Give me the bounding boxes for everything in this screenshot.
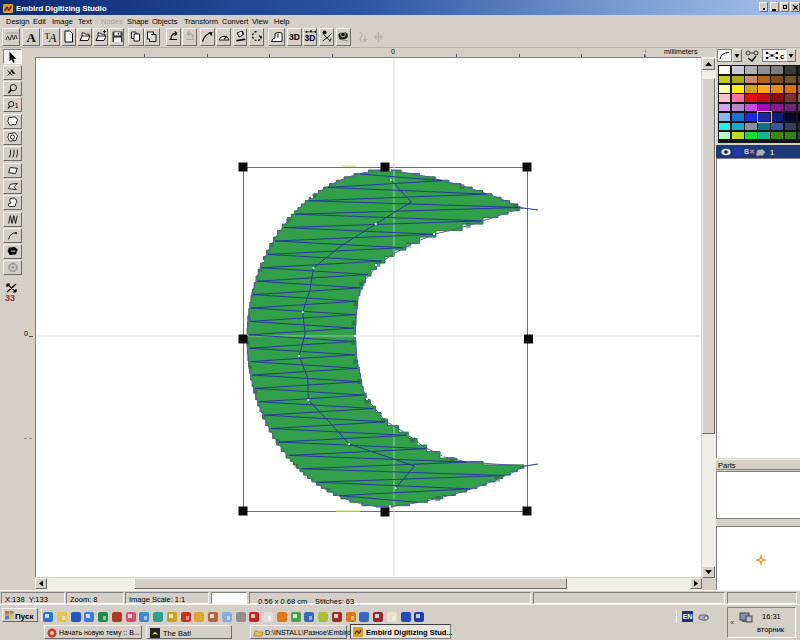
svg-text:3D: 3D xyxy=(289,32,300,42)
svg-text:A: A xyxy=(26,30,36,45)
svg-text:3D: 3D xyxy=(304,33,315,43)
svg-text:A: A xyxy=(48,31,57,45)
svg-text:c: c xyxy=(780,52,785,61)
svg-text:1: 1 xyxy=(15,102,19,109)
